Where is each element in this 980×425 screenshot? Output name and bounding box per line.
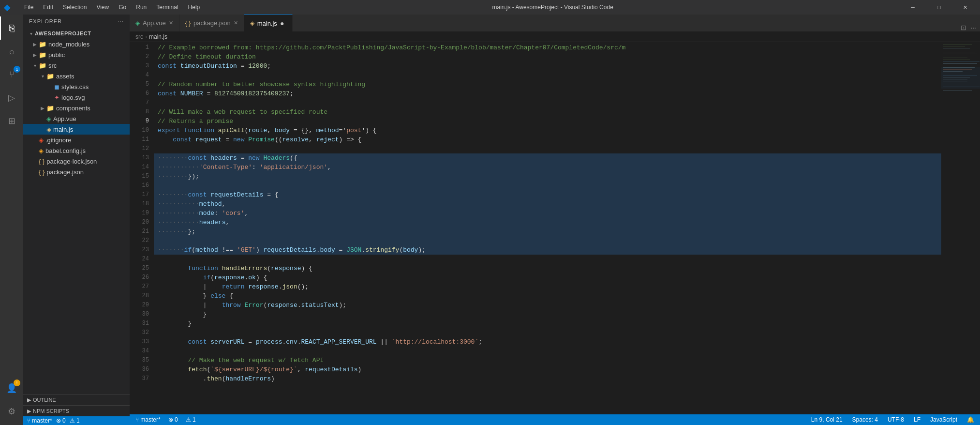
window-title: main.js - AwesomeProject - Visual Studio…: [211, 4, 894, 11]
close-button[interactable]: ✕: [954, 0, 976, 15]
window-controls: ─ □ ✕: [902, 0, 976, 15]
code-line-13: ········const headers = new Headers({: [154, 153, 941, 163]
tree-app-vue[interactable]: ◈ App.vue: [23, 113, 130, 124]
tab-close-button[interactable]: ✕: [169, 20, 173, 26]
maximize-button[interactable]: □: [928, 0, 950, 15]
code-content[interactable]: // Example borrowed from: https://github…: [154, 42, 941, 414]
warnings-status[interactable]: ⚠ 1: [70, 417, 80, 424]
line-num-1: 1: [130, 43, 149, 52]
menu-help[interactable]: Help: [184, 3, 204, 12]
line-ending[interactable]: LF: [912, 416, 922, 423]
sidebar-more-button[interactable]: ···: [118, 18, 124, 24]
line-num-26: 26: [130, 273, 149, 282]
line-num-25: 25: [130, 264, 149, 273]
code-line-1: // Example borrowed from: https://github…: [154, 43, 941, 52]
svg-rect-12: [943, 69, 972, 70]
line-num-14: 14: [130, 163, 149, 172]
code-line-20: ···········headers,: [154, 218, 941, 227]
svg-rect-7: [943, 60, 970, 60]
menu-run[interactable]: Run: [132, 3, 150, 12]
accounts-activity-icon[interactable]: 👤 !: [0, 377, 23, 400]
code-line-23: ·······if(method !== 'GET') requestDetai…: [154, 245, 941, 255]
breadcrumb-mainjs[interactable]: main.js: [149, 33, 167, 40]
indentation[interactable]: Spaces: 4: [850, 416, 880, 423]
code-line-21: ········};: [154, 227, 941, 236]
tree-item-label: .gitignore: [45, 137, 71, 144]
tree-item-label: styles.css: [61, 83, 89, 91]
outline-label: OUTLINE: [33, 397, 56, 403]
more-actions-icon[interactable]: ···: [970, 24, 976, 31]
tree-main-js[interactable]: ◈ main.js: [23, 124, 130, 135]
breadcrumb-src[interactable]: src: [135, 33, 143, 40]
tab-close-button[interactable]: ✕: [234, 20, 238, 26]
editor-area: ◈ App.vue ✕ { } package.json ✕ ◈ main.js…: [130, 15, 980, 425]
menu-file[interactable]: File: [20, 3, 37, 12]
tab-package-json[interactable]: { } package.json ✕: [179, 15, 244, 31]
tree-item-label: components: [56, 105, 90, 112]
minimize-button[interactable]: ─: [902, 0, 924, 15]
menu-selection[interactable]: Selection: [59, 3, 90, 12]
tree-assets[interactable]: ▾ 📁 assets: [23, 71, 130, 81]
git-branch-status[interactable]: ⑂ master*: [27, 417, 52, 424]
run-activity-icon[interactable]: ▷: [0, 86, 23, 109]
tree-src[interactable]: ▾ 📁 src: [23, 60, 130, 71]
svg-rect-0: [941, 42, 980, 381]
tab-label: main.js: [257, 20, 277, 27]
tree-components[interactable]: ▶ 📁 components: [23, 103, 130, 113]
explorer-tree: ▾ AWESOMEPROJECT ▶ 📁 node_modules ▶ 📁 pu…: [23, 28, 130, 394]
warnings-count[interactable]: ⚠ 1: [184, 416, 198, 423]
line-num-16: 16: [130, 181, 149, 190]
svg-rect-15: [943, 77, 970, 77]
line-num-32: 32: [130, 328, 149, 337]
svg-rect-9: [943, 63, 977, 64]
line-num-11: 11: [130, 135, 149, 144]
search-activity-icon[interactable]: ⌕: [0, 40, 23, 63]
cursor-position[interactable]: Ln 9, Col 21: [809, 416, 845, 423]
project-root-item[interactable]: ▾ AWESOMEPROJECT: [23, 28, 130, 39]
tree-public[interactable]: ▶ 📁 public: [23, 49, 130, 60]
tree-styles-css[interactable]: ◼ styles.css: [23, 81, 130, 92]
code-line-9: // Returns a promise: [154, 117, 941, 126]
tabs-bar: ◈ App.vue ✕ { } package.json ✕ ◈ main.js…: [130, 15, 980, 31]
line-num-5: 5: [130, 80, 149, 89]
npm-scripts-label: NPM SCRIPTS: [33, 408, 69, 414]
tree-babel-config[interactable]: ◈ babel.config.js: [23, 145, 130, 156]
language-mode[interactable]: JavaScript: [928, 416, 959, 423]
git-branch-status-bar[interactable]: ⑂ master*: [134, 416, 163, 423]
menu-edit[interactable]: Edit: [39, 3, 57, 12]
tree-gitignore[interactable]: ◈ .gitignore: [23, 135, 130, 145]
errors-count[interactable]: ⊗ 0: [166, 416, 180, 423]
svg-rect-18: [943, 83, 960, 83]
menu-go[interactable]: Go: [115, 3, 130, 12]
line-num-4: 4: [130, 71, 149, 80]
npm-scripts-header[interactable]: ▶ NPM SCRIPTS: [23, 406, 130, 416]
svg-rect-17: [943, 81, 967, 81]
extensions-activity-icon[interactable]: ⊞: [0, 109, 23, 133]
notifications-icon[interactable]: 🔔: [965, 416, 976, 423]
split-editor-icon[interactable]: ⊡: [961, 24, 966, 31]
outline-header[interactable]: ▶ OUTLINE: [23, 395, 130, 405]
line-num-33: 33: [130, 337, 149, 347]
explorer-activity-icon[interactable]: ⎘: [0, 16, 23, 40]
tab-json-icon: { }: [185, 20, 191, 27]
tree-package-lock[interactable]: { } package-lock.json: [23, 156, 130, 167]
tree-package-json[interactable]: { } package.json: [23, 167, 130, 177]
code-line-30: }: [154, 310, 941, 319]
errors-status[interactable]: ⊗ 0: [56, 417, 66, 424]
tree-node-modules[interactable]: ▶ 📁 node_modules: [23, 39, 130, 49]
tab-main-js[interactable]: ◈ main.js ●: [244, 15, 293, 31]
settings-activity-icon[interactable]: ⚙: [0, 400, 23, 423]
code-line-28: } else {: [154, 291, 941, 301]
tree-item-label: src: [48, 62, 57, 69]
line-num-18: 18: [130, 199, 149, 209]
tree-item-label: babel.config.js: [45, 147, 86, 154]
source-control-activity-icon[interactable]: ⑂ 1: [0, 63, 23, 86]
menu-terminal[interactable]: Terminal: [152, 3, 182, 12]
menu-view[interactable]: View: [92, 3, 113, 12]
code-line-31: }: [154, 319, 941, 328]
line-num-23: 23: [130, 245, 149, 255]
tab-app-vue[interactable]: ◈ App.vue ✕: [130, 15, 179, 31]
tree-logo-svg[interactable]: ✦ logo.svg: [23, 92, 130, 103]
file-encoding[interactable]: UTF-8: [886, 416, 906, 423]
sidebar-title: Explorer: [29, 18, 62, 24]
